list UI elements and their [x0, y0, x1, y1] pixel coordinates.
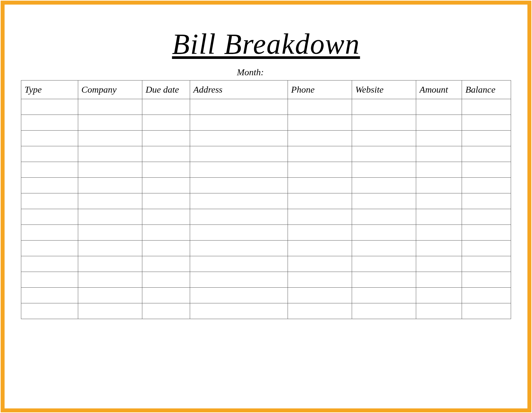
table-cell[interactable]: [142, 115, 190, 131]
table-cell[interactable]: [21, 209, 78, 225]
table-cell[interactable]: [288, 209, 352, 225]
table-cell[interactable]: [21, 303, 78, 319]
table-cell[interactable]: [462, 225, 511, 241]
table-cell[interactable]: [21, 115, 78, 131]
table-cell[interactable]: [462, 193, 511, 209]
table-cell[interactable]: [78, 178, 142, 193]
table-cell[interactable]: [462, 146, 511, 162]
table-cell[interactable]: [462, 256, 511, 272]
table-cell[interactable]: [78, 131, 142, 146]
table-cell[interactable]: [190, 209, 288, 225]
table-cell[interactable]: [78, 241, 142, 256]
table-cell[interactable]: [462, 115, 511, 131]
table-cell[interactable]: [352, 209, 416, 225]
table-cell[interactable]: [352, 225, 416, 241]
table-cell[interactable]: [288, 146, 352, 162]
table-cell[interactable]: [462, 241, 511, 256]
table-cell[interactable]: [190, 162, 288, 178]
table-cell[interactable]: [142, 99, 190, 115]
table-cell[interactable]: [78, 162, 142, 178]
table-cell[interactable]: [352, 131, 416, 146]
table-cell[interactable]: [352, 115, 416, 131]
table-cell[interactable]: [462, 99, 511, 115]
table-cell[interactable]: [78, 272, 142, 288]
table-cell[interactable]: [78, 288, 142, 303]
table-cell[interactable]: [288, 162, 352, 178]
table-cell[interactable]: [416, 303, 462, 319]
table-cell[interactable]: [416, 272, 462, 288]
table-cell[interactable]: [78, 99, 142, 115]
table-cell[interactable]: [21, 272, 78, 288]
table-cell[interactable]: [142, 146, 190, 162]
table-cell[interactable]: [78, 193, 142, 209]
table-cell[interactable]: [288, 303, 352, 319]
table-cell[interactable]: [352, 178, 416, 193]
table-cell[interactable]: [190, 303, 288, 319]
table-cell[interactable]: [288, 272, 352, 288]
table-cell[interactable]: [142, 131, 190, 146]
table-cell[interactable]: [142, 241, 190, 256]
table-cell[interactable]: [190, 225, 288, 241]
table-cell[interactable]: [190, 256, 288, 272]
table-cell[interactable]: [352, 272, 416, 288]
table-cell[interactable]: [416, 131, 462, 146]
table-cell[interactable]: [288, 178, 352, 193]
table-cell[interactable]: [352, 241, 416, 256]
table-cell[interactable]: [21, 256, 78, 272]
table-cell[interactable]: [21, 241, 78, 256]
table-cell[interactable]: [288, 225, 352, 241]
table-cell[interactable]: [142, 162, 190, 178]
table-cell[interactable]: [462, 162, 511, 178]
table-cell[interactable]: [416, 193, 462, 209]
table-cell[interactable]: [78, 225, 142, 241]
table-cell[interactable]: [416, 162, 462, 178]
table-cell[interactable]: [190, 288, 288, 303]
table-cell[interactable]: [352, 146, 416, 162]
table-cell[interactable]: [462, 272, 511, 288]
table-cell[interactable]: [288, 241, 352, 256]
table-cell[interactable]: [416, 178, 462, 193]
table-cell[interactable]: [416, 241, 462, 256]
table-cell[interactable]: [78, 256, 142, 272]
table-cell[interactable]: [416, 115, 462, 131]
table-cell[interactable]: [352, 303, 416, 319]
table-cell[interactable]: [21, 288, 78, 303]
table-cell[interactable]: [288, 288, 352, 303]
table-cell[interactable]: [190, 272, 288, 288]
table-cell[interactable]: [462, 178, 511, 193]
table-cell[interactable]: [288, 115, 352, 131]
table-cell[interactable]: [190, 99, 288, 115]
table-cell[interactable]: [142, 256, 190, 272]
table-cell[interactable]: [142, 303, 190, 319]
table-cell[interactable]: [21, 131, 78, 146]
table-cell[interactable]: [288, 193, 352, 209]
table-cell[interactable]: [416, 288, 462, 303]
table-cell[interactable]: [142, 225, 190, 241]
table-cell[interactable]: [416, 209, 462, 225]
table-cell[interactable]: [352, 99, 416, 115]
table-cell[interactable]: [288, 256, 352, 272]
table-cell[interactable]: [190, 131, 288, 146]
table-cell[interactable]: [352, 193, 416, 209]
table-cell[interactable]: [21, 146, 78, 162]
table-cell[interactable]: [21, 162, 78, 178]
table-cell[interactable]: [21, 178, 78, 193]
table-cell[interactable]: [21, 99, 78, 115]
table-cell[interactable]: [288, 131, 352, 146]
table-cell[interactable]: [78, 303, 142, 319]
table-cell[interactable]: [78, 146, 142, 162]
table-cell[interactable]: [21, 193, 78, 209]
table-cell[interactable]: [190, 178, 288, 193]
table-cell[interactable]: [462, 288, 511, 303]
table-cell[interactable]: [190, 146, 288, 162]
table-cell[interactable]: [21, 225, 78, 241]
table-cell[interactable]: [352, 162, 416, 178]
table-cell[interactable]: [462, 303, 511, 319]
table-cell[interactable]: [142, 193, 190, 209]
table-cell[interactable]: [190, 241, 288, 256]
table-cell[interactable]: [416, 99, 462, 115]
table-cell[interactable]: [78, 115, 142, 131]
table-cell[interactable]: [462, 209, 511, 225]
table-cell[interactable]: [288, 99, 352, 115]
table-cell[interactable]: [416, 225, 462, 241]
